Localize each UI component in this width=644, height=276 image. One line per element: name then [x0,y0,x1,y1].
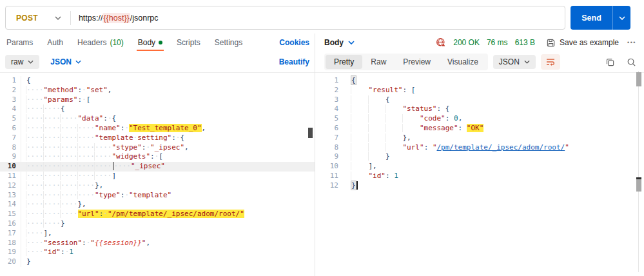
code-token: ···· [43,143,61,152]
code-token [351,143,369,152]
code-token [402,114,420,123]
response-language-dropdown[interactable]: JSON [493,55,536,69]
send-button[interactable]: Send [571,6,612,30]
url-input[interactable]: https://{{host}}/jsonrpc [71,14,159,23]
method-selector[interactable]: POST [6,14,70,23]
code-token: ···· [26,124,44,132]
code-token: ···· [60,172,78,180]
code-token: ···· [43,200,61,208]
code-token [351,124,369,132]
headers-count-badge: (10) [110,38,123,47]
ssl-warning-globe-icon[interactable] [436,37,446,48]
tab-body[interactable]: Body [138,34,162,52]
code-token [368,143,386,152]
code-token: ···· [60,124,78,132]
response-body-dropdown[interactable]: Body [324,38,355,47]
code-token: ···· [43,191,61,199]
tab-params[interactable]: Params [6,34,33,52]
line-number: 20 [0,257,21,267]
view-tab-preview[interactable]: Preview [395,55,439,69]
code-token: }, [403,133,411,142]
line-number: 2 [315,86,345,95]
copy-icon[interactable] [605,57,615,67]
tab-scripts[interactable]: Scripts [177,34,200,52]
code-line: 6················"name":·"Test_template_… [0,124,315,133]
status-badge[interactable]: 200 OK [453,38,480,47]
code-token: "session" [44,239,83,247]
code-token: "id" [369,172,386,180]
code-line: 12················}, [0,181,315,191]
code-token: "stype" [112,143,142,152]
view-tab-visualize[interactable]: Visualize [439,55,487,69]
code-token: ···· [77,191,95,199]
code-token: ···· [26,104,44,113]
code-line: 7················"template·setting":·{ [0,133,315,143]
url-variable: {{host}} [102,13,130,23]
line-number: 17 [0,229,21,239]
code-token: ···· [43,104,61,113]
more-options-button[interactable]: ••• [627,39,636,46]
scrollbar-mark[interactable] [636,177,641,192]
code-token: ···· [26,172,44,180]
response-actions [605,57,636,67]
code-token: "id" [44,248,61,256]
code-token: "type" [95,191,121,199]
code-token [351,162,369,170]
tab-settings[interactable]: Settings [215,34,242,52]
scrollbar-thumb[interactable] [308,128,313,138]
wrap-line-toggle[interactable] [541,54,560,70]
code-token: ···· [60,133,78,142]
scrollbar-track[interactable] [638,71,639,272]
code-line: 4 "status": { [315,104,644,114]
search-icon[interactable] [627,57,636,67]
code-token: "code" [420,114,445,123]
tab-headers[interactable]: Headers(10) [77,34,124,52]
response-size[interactable]: 613 B [515,38,535,47]
line-number: 12 [315,181,345,191]
beautify-link[interactable]: Beautify [279,57,309,66]
code-line: 18····"session":·"{{session}}", [0,239,315,248]
code-token: ···· [26,86,44,94]
send-options-button[interactable] [612,6,630,30]
code-token: ···· [26,152,44,161]
code-token [368,104,386,113]
code-token: { [445,104,450,113]
code-line: 10 ], [315,162,644,172]
scrollbar-thumb[interactable] [636,72,641,86]
code-token: : [82,239,86,247]
code-token [368,133,386,142]
line-number: 3 [0,95,21,105]
code-token: "/pm/template/_ipsec/adom/root/" [108,210,244,218]
code-token: /pm/template/_ipsec/adom/root/ [437,143,565,152]
code-token [351,104,369,113]
view-tab-pretty[interactable]: Pretty [326,55,362,69]
code-token [385,124,403,132]
code-token [351,133,369,142]
cookies-link[interactable]: Cookies [279,38,309,47]
code-token: , [108,86,112,94]
tab-auth[interactable]: Auth [47,34,63,52]
code-token: }, [95,181,103,190]
code-line: 9 } [315,152,644,162]
code-token: ···· [26,162,44,170]
code-token: ···· [94,172,112,180]
code-token: , [184,143,189,152]
code-token: "params" [44,95,78,104]
code-token: ] [112,172,117,180]
line-number: 10 [315,162,345,172]
view-tab-raw[interactable]: Raw [362,55,395,69]
code-token: "set" [86,86,108,94]
code-token: ···· [113,162,132,170]
line-number: 13 [0,191,21,201]
line-number: 18 [0,239,21,248]
response-time[interactable]: 76 ms [487,38,508,47]
code-token: { [351,76,356,84]
code-token: : [424,143,433,152]
save-as-example-button[interactable]: Save as example [546,38,619,48]
chevron-down-icon [524,60,530,64]
url-box: POST https://{{host}}/jsonrpc [5,6,565,30]
body-language-dropdown[interactable]: JSON [50,57,81,66]
code-line: 2 "result": [ [315,86,644,95]
body-format-dropdown[interactable]: raw [5,55,39,69]
request-body-editor[interactable]: 1{2····"method":·"set",3····"params":·[4… [0,72,315,276]
